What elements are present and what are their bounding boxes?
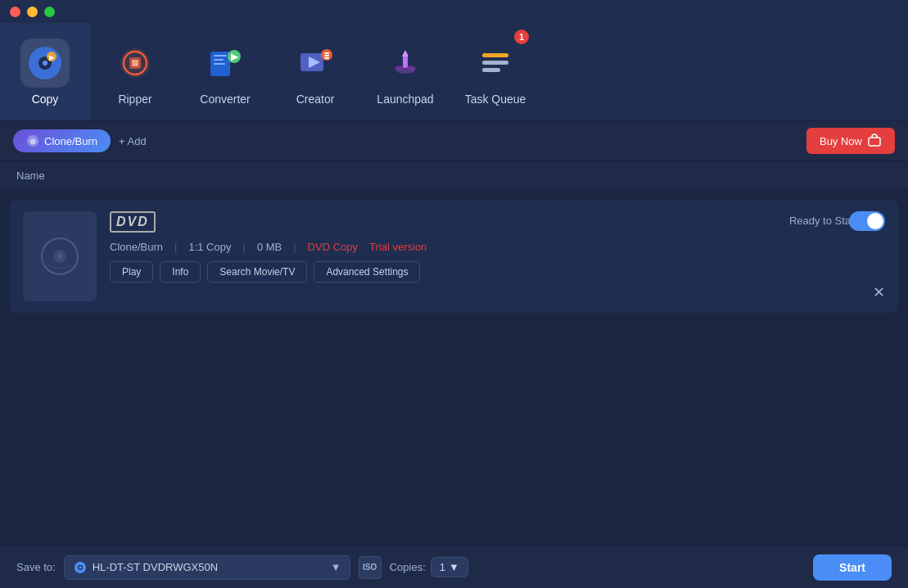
converter-icon: ▶	[201, 38, 250, 88]
svg-rect-9	[132, 60, 138, 66]
svg-point-2	[43, 61, 47, 66]
svg-rect-32	[869, 138, 880, 146]
clone-burn-button[interactable]: ⊕ Clone/Burn	[13, 129, 111, 152]
dvd-logo: DVD	[110, 211, 156, 233]
clone-burn-label: Clone/Burn	[44, 135, 97, 147]
nav-ripper-label: Ripper	[118, 93, 151, 106]
svg-rect-11	[214, 55, 227, 57]
titlebar	[0, 0, 908, 23]
launchpad-icon	[381, 38, 430, 88]
nav-task-queue-label: Task Queue	[465, 93, 526, 106]
search-movie-tv-button[interactable]: Search Movie/TV	[207, 261, 307, 283]
svg-rect-20	[324, 55, 329, 57]
sep3: |	[293, 241, 296, 253]
sep2: |	[242, 241, 245, 253]
svg-rect-28	[482, 61, 508, 65]
name-column-header: Name	[16, 170, 45, 182]
footer: Save to: HL-DT-ST DVDRWGX50N ▼ ISO Copie…	[0, 545, 908, 588]
dvd-item-card: DVD Clone/Burn | 1:1 Copy | 0 MB | DVD C…	[10, 200, 898, 313]
dvd-size: 0 MB	[257, 241, 282, 253]
iso-button[interactable]: ISO	[359, 556, 382, 579]
nav-creator-label: Creator	[296, 93, 335, 106]
dvd-actions: Play Info Search Movie/TV Advanced Setti…	[110, 261, 885, 283]
nav-item-ripper[interactable]: Ripper	[90, 23, 180, 120]
toggle-switch[interactable]	[849, 211, 885, 231]
nav-item-converter[interactable]: ▶ Converter	[180, 23, 270, 120]
drive-icon	[73, 560, 88, 575]
svg-marker-24	[402, 50, 409, 57]
copy-icon: ▶	[20, 38, 70, 88]
nav-launchpad-label: Launchpad	[377, 93, 433, 106]
add-label: + Add	[119, 135, 147, 147]
task-queue-badge: 1	[514, 29, 529, 44]
svg-rect-29	[482, 68, 500, 72]
nav-item-task-queue[interactable]: Task Queue 1	[450, 23, 540, 120]
svg-point-38	[79, 566, 81, 568]
svg-text:⊕: ⊕	[29, 137, 36, 146]
dropdown-arrow-icon: ▼	[331, 561, 341, 573]
dvd-meta: Clone/Burn | 1:1 Copy | 0 MB | DVD Copy …	[110, 241, 885, 253]
buy-now-button[interactable]: Buy Now	[806, 128, 895, 154]
copies-arrow-icon: ▼	[449, 561, 459, 573]
copies-control: Copies: 1 ▼	[390, 557, 468, 577]
svg-rect-21	[324, 57, 329, 59]
copies-label: Copies:	[390, 561, 426, 573]
sep1: |	[174, 241, 177, 253]
dvd-info: DVD Clone/Burn | 1:1 Copy | 0 MB | DVD C…	[110, 211, 885, 283]
copies-select[interactable]: 1 ▼	[431, 557, 468, 577]
nav-item-creator[interactable]: Creator	[270, 23, 360, 120]
start-button[interactable]: Start	[813, 554, 892, 581]
svg-rect-13	[214, 63, 225, 65]
svg-rect-19	[324, 52, 329, 54]
dvd-clone-burn: Clone/Burn	[110, 241, 163, 253]
svg-rect-12	[214, 59, 224, 61]
info-button[interactable]: Info	[160, 261, 201, 283]
add-button[interactable]: + Add	[119, 135, 147, 147]
svg-point-35	[57, 254, 62, 259]
buy-now-label: Buy Now	[820, 135, 862, 147]
dvd-trial-tag: Trial version	[369, 241, 427, 253]
dvd-status: Ready to Start	[789, 215, 857, 227]
toolbar: ⊕ Clone/Burn + Add Buy Now	[0, 121, 908, 161]
drive-name: HL-DT-ST DVDRWGX50N	[93, 561, 218, 573]
dvd-copy-tag: DVD Copy	[308, 241, 358, 253]
content-area: DVD Clone/Burn | 1:1 Copy | 0 MB | DVD C…	[0, 190, 908, 323]
advanced-settings-button[interactable]: Advanced Settings	[314, 261, 420, 283]
save-to-label: Save to:	[16, 561, 56, 573]
navbar: ▶ Copy Ripper ▶	[0, 23, 908, 121]
nav-copy-label: Copy	[32, 93, 59, 106]
nav-item-copy[interactable]: ▶ Copy	[0, 23, 90, 120]
ripper-icon	[111, 38, 160, 88]
save-to-dropdown[interactable]: HL-DT-ST DVDRWGX50N ▼	[64, 555, 350, 580]
dvd-copy-mode: 1:1 Copy	[188, 241, 231, 253]
close-button[interactable]	[10, 7, 20, 17]
svg-rect-27	[482, 53, 508, 57]
play-button[interactable]: Play	[110, 261, 153, 283]
maximize-button[interactable]	[44, 7, 55, 17]
svg-point-25	[395, 66, 403, 70]
svg-text:▶: ▶	[49, 54, 55, 61]
dvd-thumbnail	[23, 211, 97, 301]
nav-item-launchpad[interactable]: Launchpad	[360, 23, 450, 120]
task-queue-icon	[471, 38, 520, 88]
creator-icon	[291, 38, 340, 88]
iso-label: ISO	[363, 563, 377, 572]
close-item-button[interactable]: ✕	[873, 283, 885, 301]
copies-value: 1	[440, 561, 445, 573]
table-header: Name	[0, 161, 908, 190]
toggle[interactable]	[849, 211, 885, 231]
minimize-button[interactable]	[27, 7, 38, 17]
svg-point-26	[408, 66, 416, 70]
nav-converter-label: Converter	[200, 93, 250, 106]
